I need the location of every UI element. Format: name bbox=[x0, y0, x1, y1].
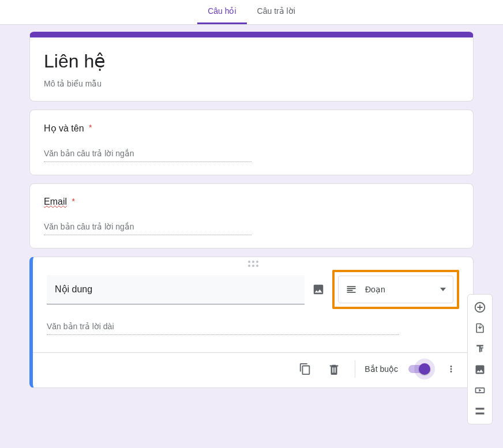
add-question-button[interactable] bbox=[470, 297, 490, 318]
question-footer: Bắt buộc bbox=[33, 352, 473, 381]
video-icon bbox=[474, 385, 486, 396]
plus-circle-icon bbox=[474, 301, 486, 314]
import-icon bbox=[474, 322, 486, 334]
section-icon bbox=[474, 405, 486, 417]
add-section-button[interactable] bbox=[470, 401, 490, 421]
add-image-button-side[interactable] bbox=[470, 359, 490, 380]
delete-button[interactable] bbox=[322, 357, 346, 381]
copy-icon bbox=[299, 363, 311, 375]
question-title: Họ và tên bbox=[44, 123, 84, 133]
question-edit-row: Đoạn bbox=[47, 270, 459, 309]
image-icon bbox=[474, 364, 486, 375]
caret-down-icon bbox=[440, 288, 446, 291]
form-title[interactable]: Liên hệ bbox=[44, 50, 459, 72]
text-icon bbox=[474, 343, 486, 355]
required-toggle[interactable] bbox=[408, 365, 429, 373]
question-card-email[interactable]: Email * Văn bản câu trả lời ngắn bbox=[29, 183, 474, 249]
paragraph-icon bbox=[346, 284, 357, 295]
question-title: Email bbox=[44, 197, 67, 206]
add-title-button[interactable] bbox=[470, 338, 490, 359]
question-card-content[interactable]: Đoạn Văn bản trả lời dài Bắt buộc bbox=[29, 257, 474, 388]
required-star-icon: * bbox=[72, 197, 74, 206]
required-star-icon: * bbox=[89, 123, 92, 132]
short-answer-preview: Văn bản câu trả lời ngắn bbox=[44, 222, 252, 235]
more-vert-icon bbox=[446, 364, 456, 374]
trash-icon bbox=[328, 363, 340, 375]
question-title-input[interactable] bbox=[47, 275, 305, 304]
form-header-card[interactable]: Liên hệ Mô tả biểu mẫu bbox=[29, 32, 474, 101]
add-image-button[interactable] bbox=[311, 283, 325, 296]
separator bbox=[355, 360, 355, 378]
add-video-button[interactable] bbox=[470, 380, 490, 401]
form-description[interactable]: Mô tả biểu mẫu bbox=[44, 79, 459, 88]
type-selector-highlight: Đoạn bbox=[332, 270, 459, 309]
question-type-select[interactable]: Đoạn bbox=[338, 276, 453, 303]
tab-responses[interactable]: Câu trả lời bbox=[247, 0, 306, 24]
import-questions-button[interactable] bbox=[470, 318, 490, 338]
form-canvas: Liên hệ Mô tả biểu mẫu Họ và tên * Văn b… bbox=[0, 25, 503, 408]
short-answer-preview: Văn bản câu trả lời ngắn bbox=[44, 149, 252, 162]
image-icon bbox=[312, 283, 325, 296]
drag-handle-icon[interactable] bbox=[248, 261, 258, 267]
top-tabs: Câu hỏi Câu trả lời bbox=[0, 0, 503, 25]
tab-questions[interactable]: Câu hỏi bbox=[197, 0, 246, 24]
duplicate-button[interactable] bbox=[294, 357, 317, 381]
required-label: Bắt buộc bbox=[365, 364, 398, 374]
type-label: Đoạn bbox=[365, 285, 432, 294]
long-answer-preview: Văn bản trả lời dài bbox=[47, 322, 399, 335]
side-toolbar bbox=[467, 294, 493, 424]
question-card-name[interactable]: Họ và tên * Văn bản câu trả lời ngắn bbox=[29, 110, 474, 175]
more-options-button[interactable] bbox=[440, 357, 463, 381]
